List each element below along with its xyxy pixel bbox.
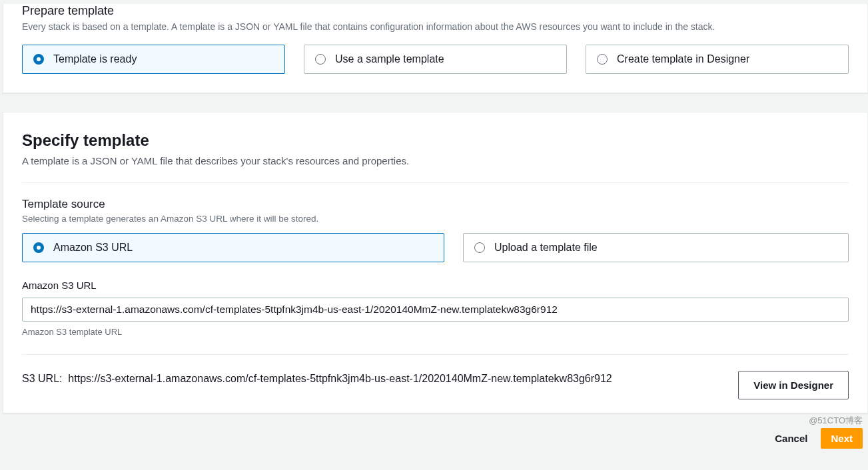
option-create-designer[interactable]: Create template in Designer	[586, 45, 849, 74]
prepare-template-panel: Prepare template Every stack is based on…	[3, 4, 868, 93]
resolved-url-text: S3 URL: https://s3-external-1.amazonaws.…	[22, 371, 726, 387]
cancel-button[interactable]: Cancel	[771, 429, 811, 448]
option-label: Template is ready	[53, 53, 137, 65]
template-source-desc: Selecting a template generates an Amazon…	[22, 214, 849, 224]
option-label: Amazon S3 URL	[53, 242, 133, 254]
template-source-section: Template source Selecting a template gen…	[22, 182, 849, 399]
option-label: Use a sample template	[335, 53, 444, 65]
s3-url-field: Amazon S3 URL Amazon S3 template URL	[22, 280, 849, 337]
resolved-url-row: S3 URL: https://s3-external-1.amazonaws.…	[22, 354, 849, 399]
radio-icon	[597, 54, 608, 65]
option-sample-template[interactable]: Use a sample template	[304, 45, 567, 74]
radio-icon	[33, 242, 44, 253]
radio-icon	[33, 54, 44, 65]
radio-icon	[474, 242, 485, 253]
resolved-url-label: S3 URL:	[22, 373, 62, 384]
footer-actions: @51CTO博客 Cancel Next	[0, 413, 868, 449]
s3-url-input[interactable]	[22, 298, 849, 322]
s3-url-label: Amazon S3 URL	[22, 280, 849, 291]
prepare-title: Prepare template	[22, 4, 849, 18]
specify-title: Specify template	[22, 131, 849, 150]
template-source-options: Amazon S3 URL Upload a template file	[22, 233, 849, 262]
view-in-designer-button[interactable]: View in Designer	[738, 371, 849, 399]
resolved-url-value: https://s3-external-1.amazonaws.com/cf-t…	[68, 373, 612, 384]
s3-url-hint: Amazon S3 template URL	[22, 327, 849, 337]
option-s3-url[interactable]: Amazon S3 URL	[22, 233, 444, 262]
specify-desc: A template is a JSON or YAML file that d…	[22, 155, 849, 166]
watermark-text: @51CTO博客	[809, 415, 863, 427]
specify-template-panel: Specify template A template is a JSON or…	[3, 112, 868, 413]
option-label: Create template in Designer	[617, 53, 749, 65]
next-button[interactable]: Next	[821, 428, 863, 449]
radio-icon	[315, 54, 326, 65]
prepare-desc: Every stack is based on a template. A te…	[22, 21, 849, 34]
template-source-title: Template source	[22, 198, 849, 211]
prepare-options: Template is ready Use a sample template …	[22, 45, 849, 74]
option-template-ready[interactable]: Template is ready	[22, 45, 285, 74]
option-label: Upload a template file	[494, 242, 598, 254]
option-upload-file[interactable]: Upload a template file	[463, 233, 849, 262]
